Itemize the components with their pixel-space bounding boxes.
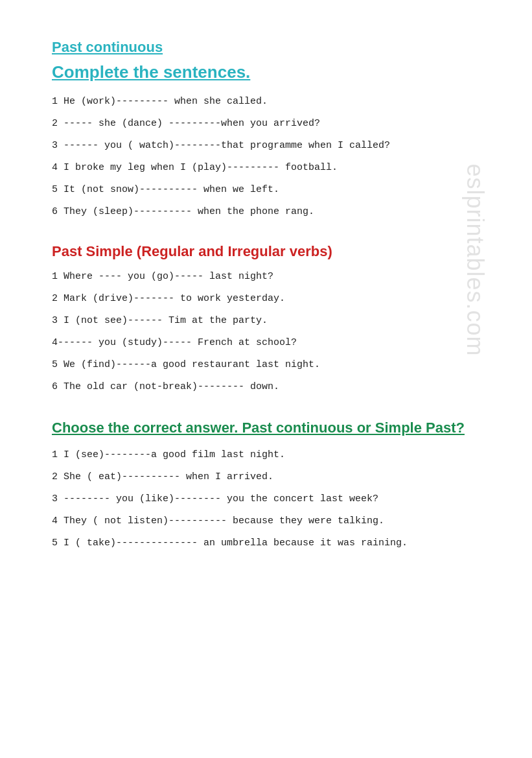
page: eslprintables.com Past continuous Comple…	[0, 0, 532, 613]
list-item: 3 I (not see)------ Tim at the party.	[52, 313, 480, 329]
list-item: 3 -------- you (like)-------- you the co…	[52, 492, 480, 507]
list-item: 4------ you (study)----- French at schoo…	[52, 335, 480, 351]
section3-title: Choose the correct answer. Past continuo…	[52, 418, 480, 438]
section1-subtitle: Complete the sentences.	[52, 62, 480, 82]
list-item: 5 It (not snow)---------- when we left.	[52, 182, 480, 198]
section1-title: Past continuous	[52, 39, 480, 56]
list-item: 2 She ( eat)---------- when I arrived.	[52, 469, 480, 485]
list-item: 1 Where ---- you (go)----- last night?	[52, 269, 480, 285]
list-item: 4 They ( not listen)---------- because t…	[52, 514, 480, 529]
section2-title: Past Simple (Regular and Irregular verbs…	[52, 243, 480, 260]
section-past-simple: Past Simple (Regular and Irregular verbs…	[52, 243, 480, 395]
section-past-continuous: Past continuous Complete the sentences. …	[52, 39, 480, 220]
list-item: 4 I broke my leg when I (play)--------- …	[52, 160, 480, 176]
list-item: 6 They (sleep)---------- when the phone …	[52, 204, 480, 220]
list-item: 1 He (work)--------- when she called.	[52, 94, 480, 110]
list-item: 3 ------ you ( watch)--------that progra…	[52, 138, 480, 154]
list-item: 6 The old car (not-break)-------- down.	[52, 379, 480, 395]
list-item: 2 ----- she (dance) ---------when you ar…	[52, 116, 480, 132]
list-item: 5 I ( take)-------------- an umbrella be…	[52, 536, 480, 551]
list-item: 5 We (find)------a good restaurant last …	[52, 357, 480, 373]
list-item: 1 I (see)--------a good film last night.	[52, 447, 480, 463]
list-item: 2 Mark (drive)------- to work yesterday.	[52, 291, 480, 307]
section-choose-correct: Choose the correct answer. Past continuo…	[52, 418, 480, 551]
